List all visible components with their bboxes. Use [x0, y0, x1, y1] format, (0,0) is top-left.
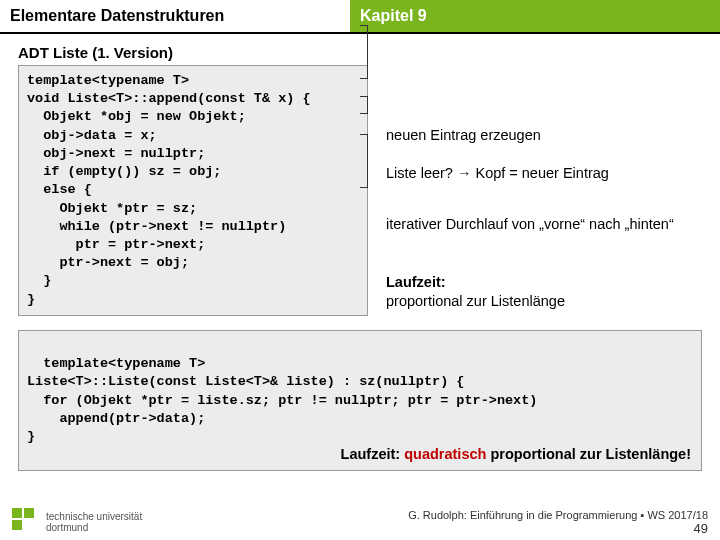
bracket-icon: [360, 134, 368, 188]
code-block-copyctor: template<typename T> Liste<T>::Liste(con…: [18, 330, 702, 472]
bracket-icon: [360, 25, 368, 79]
content-row: template<typename T> void Liste<T>::appe…: [0, 65, 720, 316]
tu-dortmund-logo: technische universität dortmund: [12, 508, 142, 536]
footer: technische universität dortmund G. Rudol…: [0, 508, 720, 536]
runtime2-highlight: quadratisch: [404, 446, 486, 462]
logo-line1: technische universität: [46, 511, 142, 522]
header-title-right: Kapitel 9: [350, 0, 720, 32]
annotation-empty-check: Liste leer? → Kopf = neuer Eintrag: [386, 165, 706, 181]
logo-line2: dortmund: [46, 522, 142, 533]
code-text: template<typename T> Liste<T>::Liste(con…: [27, 356, 537, 444]
runtime2-rest: proportional zur Listenlänge!: [486, 446, 691, 462]
annotation-iteration: iterativer Durchlauf von „vorne“ nach „h…: [386, 215, 706, 234]
runtime-text: proportional zur Listenlänge: [386, 293, 565, 309]
footer-credit: G. Rudolph: Einführung in die Programmie…: [408, 509, 708, 521]
page-number: 49: [408, 521, 708, 536]
code-block-append: template<typename T> void Liste<T>::appe…: [18, 65, 368, 316]
runtime-label: Laufzeit:: [386, 274, 446, 290]
annotation-runtime: Laufzeit: proportional zur Listenlänge: [386, 273, 706, 311]
header-title-left: Elementare Datenstrukturen: [0, 0, 350, 32]
annotation-new-entry: neuen Eintrag erzeugen: [386, 127, 706, 143]
bracket-icon: [360, 96, 368, 114]
runtime-note: Laufzeit: quadratisch proportional zur L…: [341, 445, 691, 465]
annotations: neuen Eintrag erzeugen Liste leer? → Kop…: [368, 65, 710, 316]
footer-right: G. Rudolph: Einführung in die Programmie…: [408, 509, 708, 536]
runtime2-label: Laufzeit:: [341, 446, 405, 462]
logo-text: technische universität dortmund: [46, 511, 142, 533]
logo-icon: [12, 508, 40, 536]
